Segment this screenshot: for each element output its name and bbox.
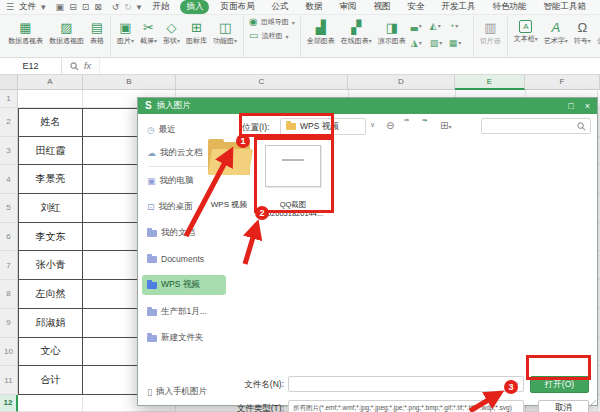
sidebar-item-wps-video[interactable]: WPS 视频 bbox=[142, 275, 226, 295]
tab-data[interactable]: 数据 bbox=[299, 0, 328, 14]
formula-input[interactable] bbox=[100, 58, 600, 74]
icon-library-button[interactable]: ⊞ 图标库 bbox=[183, 17, 210, 46]
undo-icon[interactable]: ↺ bbox=[112, 2, 120, 12]
print-icon[interactable]: ⊟ bbox=[69, 2, 77, 12]
cell[interactable]: 姓名 bbox=[18, 108, 83, 137]
wordart-button[interactable]: A 艺术字▾ bbox=[541, 17, 571, 46]
redo-icon[interactable]: ↻ bbox=[124, 2, 132, 12]
row-header[interactable]: 6 bbox=[0, 223, 18, 252]
insert-phone-picture-button[interactable]: ▯插入手机图片 bbox=[142, 382, 226, 402]
chevron-down-icon[interactable]: ▾ bbox=[41, 2, 46, 12]
column-header-d[interactable]: D bbox=[348, 75, 455, 90]
row-header[interactable]: 3 bbox=[0, 137, 18, 166]
row-header-selected[interactable]: 12 bbox=[0, 395, 18, 412]
column-header-e[interactable]: E bbox=[455, 75, 525, 90]
sidebar-item-documents[interactable]: Documents bbox=[142, 249, 226, 269]
cell[interactable]: 合计 bbox=[18, 366, 83, 395]
tab-special-features[interactable]: 特色功能 bbox=[486, 0, 532, 14]
row-header[interactable]: 1 bbox=[0, 90, 18, 108]
flowchart-button[interactable]: ▭ 流程图▾ bbox=[249, 31, 295, 41]
sidebar-item-production-jan[interactable]: 生产部1月... bbox=[142, 302, 226, 322]
tab-page-layout[interactable]: 页面布局 bbox=[214, 0, 260, 14]
cell[interactable]: 刘红 bbox=[18, 194, 83, 223]
tab-security[interactable]: 安全 bbox=[401, 0, 430, 14]
row-header[interactable]: 5 bbox=[0, 194, 18, 223]
close-icon[interactable]: × bbox=[585, 102, 590, 111]
cell[interactable]: 邱淑娟 bbox=[18, 309, 83, 338]
maximize-icon[interactable]: □ bbox=[568, 102, 573, 111]
location-dropdown[interactable]: WPS 视频 bbox=[280, 118, 366, 135]
presentation-charts-button[interactable]: ◨ 演示图表 bbox=[375, 17, 409, 46]
sidebar-item-new-folder[interactable]: 新建文件夹 bbox=[142, 328, 226, 348]
file-menu[interactable]: 文件 bbox=[19, 1, 36, 13]
hamburger-menu-icon[interactable]: ☰ bbox=[6, 2, 14, 12]
tab-smart-toolbox[interactable]: 智能工具箱 bbox=[537, 0, 592, 14]
row-header[interactable]: 7 bbox=[0, 251, 18, 280]
column-header-f[interactable]: F bbox=[525, 75, 600, 90]
online-charts-button[interactable]: ▞ 在线图表▾ bbox=[338, 17, 375, 46]
location-chevron-icon[interactable]: ∨ bbox=[370, 121, 375, 129]
cell[interactable]: 李景亮 bbox=[18, 165, 83, 194]
tab-home[interactable]: 开始 bbox=[146, 0, 175, 14]
dialog-title-bar[interactable]: S 插入图片 □ × bbox=[138, 98, 597, 114]
function-diagram-button[interactable]: ◫ 功能图▾ bbox=[210, 17, 240, 46]
pivot-chart-button[interactable]: ▨ 数据透视图 bbox=[46, 17, 87, 46]
equation-button[interactable]: π 公式▾ bbox=[594, 17, 600, 46]
pivot-table-button[interactable]: ▦ 数据透视表 bbox=[5, 17, 46, 46]
select-all-corner[interactable] bbox=[0, 75, 18, 90]
sidebar-item-my-documents[interactable]: 我的文档 bbox=[142, 223, 226, 243]
shapes-button[interactable]: ◇ 形状▾ bbox=[160, 17, 183, 46]
cell[interactable] bbox=[18, 90, 83, 108]
cell[interactable]: 张小青 bbox=[18, 251, 83, 280]
table-button[interactable]: ▤ 表格 bbox=[87, 17, 107, 46]
tab-insert[interactable]: 插入 bbox=[180, 0, 209, 14]
line-chart-icon[interactable]: ◭▾ bbox=[430, 17, 449, 34]
pie-chart-icon[interactable]: ◔▾ bbox=[449, 17, 468, 34]
row-header[interactable]: 2 bbox=[0, 108, 18, 137]
row-header[interactable]: 4 bbox=[0, 165, 18, 194]
scatter-chart-icon[interactable]: ▨▾ bbox=[430, 34, 449, 51]
row-header[interactable]: 9 bbox=[0, 309, 18, 338]
cell[interactable]: 李文东 bbox=[18, 223, 83, 252]
sidebar-item-recent[interactable]: ◷最近 bbox=[142, 120, 226, 140]
row-header[interactable]: 11 bbox=[0, 366, 18, 395]
screenshot-button[interactable]: ✂ 截屏▾ bbox=[137, 17, 160, 46]
all-charts-button[interactable]: ▟ 全部图表 bbox=[304, 17, 338, 46]
row-header[interactable]: 8 bbox=[0, 280, 18, 309]
tab-developer[interactable]: 开发工具 bbox=[435, 0, 481, 14]
tab-view[interactable]: 视图 bbox=[367, 0, 396, 14]
open-button[interactable]: 打开(O) bbox=[530, 376, 589, 393]
export-icon[interactable]: ⊠ bbox=[94, 2, 102, 12]
print-preview-icon[interactable]: ⊡ bbox=[82, 2, 90, 12]
textbox-button[interactable]: A 文本框▾ bbox=[511, 17, 541, 44]
picture-button[interactable]: ▣ 图片▾ bbox=[114, 17, 137, 46]
folder-file-label[interactable]: WPS 视频 bbox=[198, 199, 260, 210]
save-icon[interactable]: ▣ bbox=[56, 2, 65, 12]
view-options-icon[interactable]: ⊞▾ bbox=[440, 120, 451, 131]
dialog-search-input[interactable] bbox=[481, 118, 591, 134]
name-box[interactable]: E12 bbox=[0, 58, 62, 74]
tab-formulas[interactable]: 公式 bbox=[265, 0, 294, 14]
combo-chart-icon[interactable]: ▦▾ bbox=[449, 34, 468, 51]
column-header-a[interactable]: A bbox=[18, 75, 83, 90]
cell[interactable]: 左向然 bbox=[18, 280, 83, 309]
area-chart-icon[interactable]: ◮▾ bbox=[411, 34, 430, 51]
filename-input[interactable]: ∨ bbox=[288, 376, 524, 392]
mindmap-button[interactable]: ◉ 思维导图▾ bbox=[249, 17, 295, 27]
cell[interactable] bbox=[18, 395, 83, 412]
filetype-input[interactable]: 所有图片(*.emf;*.wmf;*.jpg;*.jpeg;*.jpe;*.pn… bbox=[288, 400, 524, 412]
file-item-qq-screenshot[interactable] bbox=[265, 145, 321, 187]
symbol-button[interactable]: Ω 符号▾ bbox=[571, 17, 594, 46]
magnifier-icon[interactable] bbox=[70, 62, 79, 71]
bar-chart-icon[interactable]: ▃▾ bbox=[411, 17, 430, 34]
cell[interactable]: 文心 bbox=[18, 338, 83, 367]
slicer-button[interactable]: ▥ 切片器 bbox=[477, 17, 504, 46]
column-header-c[interactable]: C bbox=[176, 75, 348, 90]
back-icon[interactable]: ⊖ bbox=[386, 120, 394, 131]
resize-grip[interactable] bbox=[587, 396, 596, 405]
fx-icon[interactable]: fx bbox=[84, 61, 91, 71]
column-header-b[interactable]: B bbox=[83, 75, 176, 90]
tab-review[interactable]: 审阅 bbox=[333, 0, 362, 14]
cancel-button[interactable]: 取消 bbox=[538, 400, 589, 412]
toolbar-more-icon[interactable]: ▾ bbox=[137, 2, 142, 12]
